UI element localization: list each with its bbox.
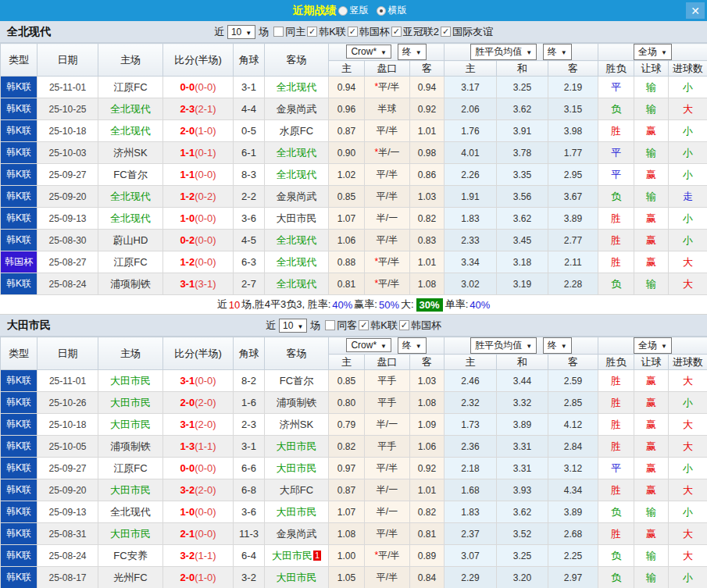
radio-vertical-layout[interactable]: 竖版 (338, 4, 369, 17)
match-score: 3-1(2-0) (163, 414, 234, 436)
section-header-home-team: 全北现代 近 10▼ 场 同主 韩K联韩国杯亚冠联2国际友谊 (0, 21, 707, 43)
avg-draw-odds: 3.91 (497, 120, 548, 142)
radio-icon[interactable] (338, 6, 348, 16)
home-odds: 0.88 (329, 251, 365, 273)
radio-horizontal-label: 横版 (388, 4, 407, 17)
corner-score: 4-5 (234, 230, 265, 251)
avg-away-odds: 3.15 (548, 98, 598, 120)
scope-select[interactable]: 全场▼ (634, 337, 672, 354)
avg-away-odds: 2.25 (548, 545, 598, 567)
games-label: 场 (259, 25, 269, 39)
col-header-corner: 角球 (234, 44, 265, 77)
scope-select[interactable]: 全场▼ (634, 44, 672, 60)
away-team-name: 金泉尚武 (265, 523, 329, 545)
handicap-line: 平/半 (365, 458, 410, 479)
avg-home-odds: 2.46 (445, 370, 497, 392)
handicap-result: 赢 (634, 392, 669, 414)
avg-home-odds: 3.34 (445, 251, 497, 273)
checkbox-icon[interactable] (399, 320, 409, 330)
avg-away-odds: 2.11 (548, 251, 598, 273)
avg-away-odds: 3.67 (548, 186, 598, 208)
odds-stage-select[interactable]: 终▼ (398, 44, 427, 60)
radio-horizontal-layout[interactable]: 横版 (377, 4, 407, 17)
avg-home-odds: 2.32 (445, 392, 497, 414)
handicap-result: 输 (634, 501, 669, 523)
avg-draw-odds: 3.89 (497, 414, 548, 436)
away-odds: 1.03 (410, 370, 445, 392)
match-count-select[interactable]: 10▼ (227, 25, 255, 39)
odds-source-select[interactable]: Crow*▼ (346, 45, 391, 59)
col-header-odds-home: 主 (329, 355, 365, 370)
checkbox-icon[interactable] (391, 27, 402, 37)
home-team-name: 大田市民 (98, 414, 163, 436)
checkbox-icon[interactable] (441, 27, 451, 37)
league-filter-checkbox[interactable]: 国际友谊 (441, 25, 493, 39)
odds-stage-select[interactable]: 终▼ (398, 337, 427, 354)
radio-vertical-label: 竖版 (350, 4, 369, 17)
checkbox-icon[interactable] (359, 320, 369, 330)
checkbox-icon[interactable] (307, 27, 317, 37)
close-button[interactable]: ✕ (686, 2, 705, 19)
checkbox-icon[interactable] (348, 27, 358, 37)
league-filter-group: 韩K联韩国杯 (357, 319, 441, 333)
league-filter-checkbox[interactable]: 韩K联 (359, 319, 398, 333)
league-filter-checkbox[interactable]: 韩K联 (307, 25, 346, 39)
col-header-type: 类型 (1, 337, 37, 370)
handicap-result: 输 (634, 77, 669, 98)
league-filter-label: 韩国杯 (359, 25, 390, 39)
avg-draw-odds: 3.31 (497, 436, 548, 458)
same-venue-checkbox[interactable]: 同主 (273, 25, 305, 39)
goals-result: 小 (669, 164, 707, 186)
league-type-badge: 韩K联 (1, 164, 37, 186)
match-score: 1-1(0-0) (163, 164, 234, 186)
match-score: 0-0(0-0) (163, 458, 234, 479)
match-score: 1-0(0-0) (163, 208, 234, 230)
big-rate-badge: 30% (416, 298, 443, 312)
same-venue-label: 同主 (285, 25, 305, 39)
avg-odds-select[interactable]: 胜平负均值▼ (470, 44, 537, 60)
col-header-avg-draw: 和 (497, 355, 548, 370)
avg-stage-select[interactable]: 终▼ (543, 337, 572, 354)
avg-draw-odds: 3.44 (497, 370, 548, 392)
match-count-select[interactable]: 10▼ (279, 319, 307, 333)
home-team-name: 江原FC (98, 251, 163, 273)
league-filter-checkbox[interactable]: 韩国杯 (399, 319, 441, 333)
checkbox-icon[interactable] (273, 27, 284, 37)
odds-group-header: Crow*▼ 终▼ (329, 44, 445, 61)
league-filter-checkbox[interactable]: 韩国杯 (348, 25, 390, 39)
corner-score: 11-3 (234, 523, 265, 545)
match-date: 25-11-01 (37, 77, 98, 98)
league-filter-checkbox[interactable]: 亚冠联2 (391, 25, 439, 39)
chevron-down-icon: ▼ (245, 30, 252, 37)
outcome-result: 胜 (598, 479, 634, 501)
col-header-goals: 进球数 (669, 355, 707, 370)
goals-result: 大 (669, 251, 707, 273)
league-type-badge: 韩K联 (1, 458, 37, 479)
corner-score: 2-2 (234, 186, 265, 208)
avg-odds-select[interactable]: 胜平负均值▼ (470, 337, 537, 354)
match-score: 3-1(3-1) (163, 273, 234, 295)
match-date: 25-09-13 (37, 208, 98, 230)
avg-draw-odds: 3.56 (497, 186, 548, 208)
handicap-result: 输 (634, 273, 669, 295)
same-venue-checkbox[interactable]: 同客 (325, 319, 357, 333)
avg-home-odds: 1.83 (445, 501, 497, 523)
checkbox-icon[interactable] (325, 320, 335, 330)
avg-away-odds: 2.68 (548, 523, 598, 545)
avg-away-odds: 3.98 (548, 120, 598, 142)
away-team-name: 全北现代 (265, 77, 329, 98)
radio-selected-icon[interactable] (377, 6, 386, 16)
away-odds: 0.82 (410, 501, 445, 523)
near-label: 近 (214, 25, 224, 39)
avg-home-odds: 2.36 (445, 436, 497, 458)
avg-home-odds: 2.26 (445, 164, 497, 186)
match-date: 25-11-01 (37, 370, 98, 392)
handicap-result: 赢 (634, 414, 669, 436)
avg-stage-select[interactable]: 终▼ (543, 44, 572, 60)
near-label: 近 (266, 319, 276, 333)
goals-result: 大 (669, 370, 707, 392)
home-odds: 1.08 (329, 523, 365, 545)
league-filter-group: 韩K联韩国杯亚冠联2国际友谊 (305, 25, 493, 39)
outcome-result: 负 (598, 501, 634, 523)
odds-source-select[interactable]: Crow*▼ (346, 338, 391, 352)
